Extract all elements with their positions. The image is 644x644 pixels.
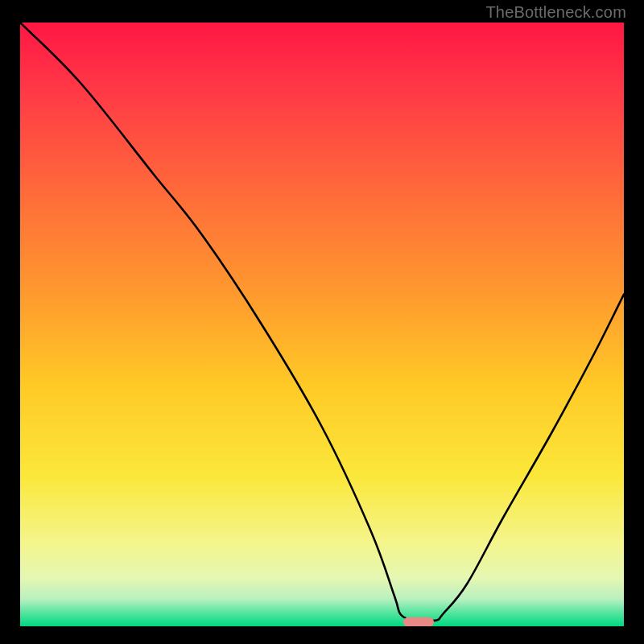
watermark-label: TheBottleneck.com: [485, 3, 626, 22]
gradient-background: [20, 23, 624, 626]
optimal-marker: [403, 617, 434, 626]
chart-frame: TheBottleneck.com: [0, 0, 644, 644]
plot-area: [20, 23, 624, 626]
bottleneck-chart: [20, 23, 624, 626]
